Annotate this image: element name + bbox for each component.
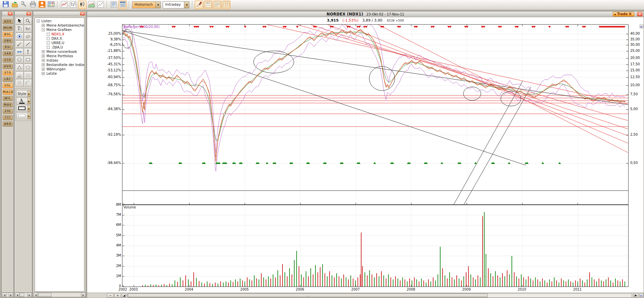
tree-item-meine-runnerbook[interactable]: +Meine runnerbook: [35, 49, 84, 54]
line-style-button[interactable]: [16, 105, 28, 112]
volume-pane[interactable]: [122, 205, 629, 287]
expand-minus-icon[interactable]: −: [42, 28, 45, 31]
indicator-mav-button[interactable]: MAV: [3, 102, 13, 107]
close-icon[interactable]: ×: [637, 12, 643, 16]
style-dropdown-icon[interactable]: ▶: [28, 90, 31, 97]
tree-item--djia-u[interactable]: ·.DJIA,U: [35, 45, 84, 49]
scroll-track[interactable]: [38, 293, 81, 297]
indicator-aro-button[interactable]: ARO: [3, 122, 13, 127]
tool-polygon-button[interactable]: [24, 64, 32, 71]
trade-it-button[interactable]: ▶Trade it: [613, 12, 634, 16]
tree-item-meine-grafiken[interactable]: −Meine Grafiken: [35, 28, 84, 32]
indicator-hvo-button[interactable]: HVO: [3, 64, 13, 69]
indicator-cci-button[interactable]: CCI: [3, 115, 13, 120]
watchlist-detail-button[interactable]: [118, 1, 127, 9]
scroll-left-icon[interactable]: ◀: [2, 293, 7, 297]
tree-item-indizes[interactable]: +Indizes: [35, 58, 84, 63]
chevron-down-icon[interactable]: ▼: [155, 2, 160, 8]
indicator-bol-button[interactable]: BOL: [3, 32, 13, 37]
indicator-vol-button[interactable]: VOL: [3, 83, 13, 88]
expand-plus-icon[interactable]: +: [42, 59, 45, 62]
settings-button[interactable]: [20, 1, 28, 9]
chevron-down-icon[interactable]: ▼: [184, 2, 189, 8]
tool-hline-button[interactable]: [15, 48, 24, 56]
expand-plus-icon[interactable]: +: [42, 55, 45, 58]
font-dropdown-icon[interactable]: ▶: [28, 98, 31, 104]
layout-button[interactable]: [47, 1, 55, 9]
tree-item-urre-u[interactable]: ·URRE,U: [35, 41, 84, 45]
collapse-panel-icon[interactable]: ▶: [640, 25, 643, 28]
close-icon[interactable]: ×: [80, 12, 85, 15]
expand-minus-icon[interactable]: −: [37, 20, 40, 23]
tool-vline-button[interactable]: [24, 48, 32, 56]
tool-dotted-lines-button[interactable]: [24, 71, 32, 79]
tool-angle-button[interactable]: [15, 71, 24, 79]
expand-plus-icon[interactable]: +: [42, 72, 45, 75]
user-button[interactable]: [38, 1, 46, 9]
point-chart-button[interactable]: [96, 1, 105, 9]
indicator-obv-button[interactable]: OBV: [3, 38, 13, 43]
indicator-zig-button[interactable]: ZIG: [3, 109, 13, 114]
open-button[interactable]: [10, 1, 19, 9]
scroll-right-icon[interactable]: ▶: [27, 293, 32, 297]
scroll-track[interactable]: [20, 293, 27, 297]
style-button[interactable]: Style: [16, 90, 28, 97]
tree-item-bestandteile-der-indizes[interactable]: +Bestandteile der Indizes: [35, 63, 84, 67]
tool-line-button[interactable]: [24, 40, 32, 48]
indicator-sto-button[interactable]: STO: [3, 70, 13, 75]
scroll-thumb[interactable]: …: [128, 294, 488, 297]
scroll-track[interactable]: …: [127, 293, 632, 298]
indicator-panel-titlebar[interactable]: ×: [2, 11, 13, 16]
scroll-left-icon[interactable]: ◀: [15, 293, 20, 297]
tool-text2-button[interactable]: To: [24, 25, 32, 32]
font-style-button[interactable]: A: [16, 98, 28, 104]
split-handle[interactable]: ◢: [122, 293, 126, 298]
watchlist-button[interactable]: [109, 1, 118, 9]
area-chart-button[interactable]: [87, 1, 96, 9]
zoom-in-button[interactable]: +: [114, 293, 121, 298]
intraday-select[interactable]: Intraday▼: [163, 1, 189, 8]
indicator-wil-button[interactable]: WIL: [3, 96, 13, 101]
expand-plus-icon[interactable]: +: [42, 63, 45, 66]
lists-panel-titlebar[interactable]: ×: [33, 11, 86, 16]
quotes-button[interactable]: [222, 1, 230, 9]
tool-ellipse-button[interactable]: [15, 56, 24, 63]
scroll-right-icon[interactable]: ▶: [81, 293, 85, 297]
draw-tools-button[interactable]: [195, 1, 203, 9]
indicator-panel-scrollbar[interactable]: ◀ ▶: [2, 292, 13, 297]
tree-item-listen[interactable]: −Listen: [35, 19, 84, 23]
chart-titlebar[interactable]: NORDEX (NDX1) 23-Okt-02 - 17-Nov-11 ▶Tra…: [87, 11, 644, 17]
bar-chart-button[interactable]: [69, 1, 77, 9]
line-style-dropdown-icon[interactable]: ▶: [28, 105, 31, 112]
indicator-adx-button[interactable]: ADX: [3, 19, 13, 24]
tool-pencil-button[interactable]: [15, 40, 24, 48]
fill-style-button[interactable]: [16, 112, 28, 119]
news-button[interactable]: [213, 1, 221, 9]
scroll-right-icon[interactable]: ▶: [633, 293, 639, 298]
line-chart-button[interactable]: [60, 1, 68, 9]
tool-eye-button[interactable]: [15, 33, 24, 40]
tree-item-w-hrungen[interactable]: +Währungen: [35, 67, 84, 71]
expand-plus-icon[interactable]: +: [42, 50, 45, 53]
print-button[interactable]: [29, 1, 37, 9]
indicators-button[interactable]: ADX: [204, 1, 212, 9]
tree-item-ndx1-x[interactable]: ·NDX1,X: [35, 32, 84, 36]
lists-panel-scrollbar[interactable]: ◀ ▶: [34, 292, 85, 297]
tool-zoom-button[interactable]: [24, 17, 32, 25]
scroll-thumb[interactable]: [38, 293, 51, 297]
indicator-mom-button[interactable]: MOM: [3, 26, 13, 31]
tool-cursor-button[interactable]: [15, 17, 24, 25]
historisch-select[interactable]: Historisch▼: [132, 1, 161, 8]
tool-vertical-lines-button[interactable]: [15, 79, 24, 87]
indicator-sar-button[interactable]: SAR: [3, 51, 13, 56]
tree-item-meine-portfolios[interactable]: +Meine Portfolios: [35, 54, 84, 58]
zoom-out-button[interactable]: −: [107, 293, 114, 298]
save-button[interactable]: [1, 1, 10, 9]
scroll-right-icon[interactable]: ▶: [9, 293, 13, 297]
close-icon[interactable]: ×: [8, 12, 13, 15]
scroll-thumb[interactable]: [20, 293, 24, 297]
tool-arc-button[interactable]: [24, 79, 32, 87]
tools-panel-titlebar[interactable]: ×: [15, 11, 32, 16]
chart-scrollbar[interactable]: − + ◢ … ▶ ▶: [87, 293, 644, 298]
tree-item-meine-arbeitsbereiche[interactable]: +Meine Arbeitsbereiche: [35, 23, 84, 28]
